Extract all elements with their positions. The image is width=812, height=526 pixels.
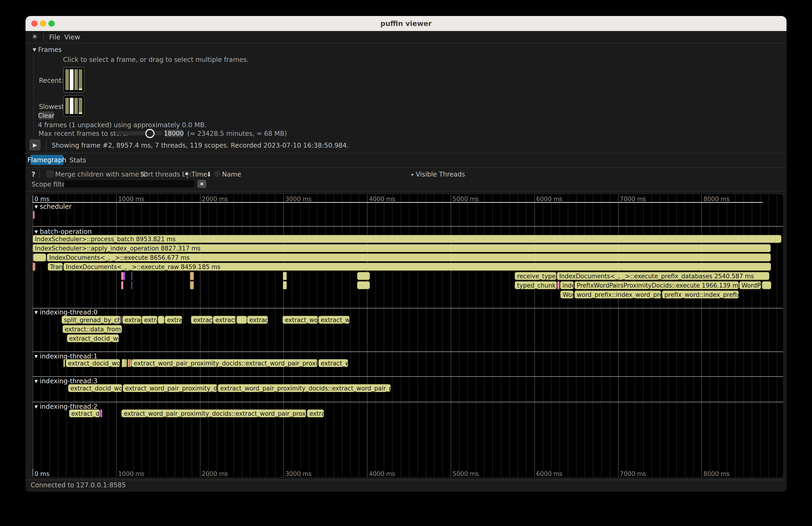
scope-bar[interactable] — [357, 281, 370, 289]
recent-frames-thumbnail[interactable] — [63, 67, 84, 92]
scope-bar[interactable]: extract_doc — [69, 409, 100, 417]
frame-thumbnail-bar[interactable] — [79, 98, 82, 114]
scope-bar[interactable] — [122, 359, 125, 367]
theme-sun-icon[interactable]: ☀ — [31, 33, 38, 41]
scope-bar[interactable] — [190, 272, 193, 280]
scope-bar[interactable] — [130, 359, 131, 367]
scope-bar[interactable] — [63, 359, 65, 367]
scope-bar[interactable]: extract_word_pair_proximity_docids — [123, 384, 217, 392]
title-bar[interactable]: puffin viewer — [26, 16, 786, 31]
menu-view[interactable]: View — [64, 33, 80, 41]
frame-thumbnail-bar[interactable] — [74, 69, 78, 90]
scope-bar[interactable] — [100, 409, 102, 417]
scope-bar[interactable]: IndexDocuments<_, _>::execute 8656.677 m… — [47, 253, 770, 261]
scope-bar[interactable]: extract_ — [213, 316, 236, 324]
clear-filter-button[interactable]: ✖ — [198, 180, 206, 188]
scope-bar[interactable]: extract — [122, 316, 141, 324]
max-frames-value[interactable]: 18000 — [164, 130, 183, 137]
merge-children-checkbox[interactable] — [46, 170, 54, 178]
scope-bar[interactable]: IndexScheduler>::process_batch 8953.821 … — [33, 235, 781, 243]
thread-header-scheduler[interactable]: ▼scheduler — [33, 203, 74, 210]
scope-bar[interactable]: extra — [142, 316, 157, 324]
scope-bar[interactable]: Trans — [48, 263, 63, 271]
scope-bar[interactable]: extract_docid_word — [66, 359, 120, 367]
thread-header-indexing-thread:0[interactable]: ▼indexing-thread:0 — [33, 309, 100, 316]
scope-bar[interactable] — [762, 281, 771, 289]
frame-thumbnail-bar[interactable] — [66, 98, 69, 114]
scope-bar[interactable]: split_grenad_by_chun — [62, 316, 120, 324]
help-button[interactable]: ? — [31, 171, 35, 178]
scope-bar[interactable] — [190, 281, 193, 289]
scope-bar[interactable]: IndexScheduler>::apply_index_operation 8… — [33, 244, 771, 252]
scope-bar[interactable]: extract_docid_word — [67, 334, 119, 342]
scope-bar[interactable]: extract_ — [191, 316, 213, 324]
scope-bar[interactable] — [283, 272, 287, 280]
tab-flamegraph[interactable]: Flamegraph — [30, 155, 63, 165]
scope-bar[interactable] — [33, 211, 34, 219]
slowest-frames-thumbnail[interactable] — [63, 96, 84, 116]
frame-thumbnail-bar[interactable] — [66, 69, 69, 90]
scope-bar[interactable] — [33, 253, 46, 261]
flamegraph-canvas[interactable]: 0 ms1000 ms2000 ms3000 ms4000 ms5000 ms6… — [33, 194, 783, 477]
scope-filter-input[interactable] — [64, 180, 195, 188]
scope-bar[interactable]: receive_typed_ — [515, 272, 556, 280]
scope-bar[interactable] — [128, 359, 130, 367]
expanded-triangle-icon: ▼ — [34, 310, 38, 315]
scope-bar[interactable] — [557, 281, 560, 289]
scope-bar[interactable]: extrac — [165, 316, 182, 324]
sort-direction-arrow-icon[interactable]: ⬇ — [206, 171, 212, 178]
scope-bar[interactable]: IndexDocuments<_, _>::execute_prefix_dat… — [557, 272, 769, 280]
scope-bar[interactable]: extract_word — [282, 316, 318, 324]
scope-bar[interactable]: prefix_word::index_prefix_wo — [662, 291, 739, 298]
scope-bar[interactable]: extract_word_pair_proximity_docids::extr… — [121, 409, 306, 417]
scope-bar[interactable]: extract::data_from_ob — [62, 325, 122, 333]
scope-bar[interactable]: word_prefix::index_word_prefix_ — [575, 291, 661, 298]
scope-bar[interactable]: index — [560, 281, 574, 289]
axis-tick-label: 3000 ms — [285, 470, 311, 477]
max-frames-slider[interactable] — [115, 131, 162, 135]
frame-thumbnail-bar[interactable] — [70, 69, 73, 90]
scope-bar[interactable]: extract_wo — [318, 359, 348, 367]
scope-bar[interactable]: extract_word_pair_proximity_docids::extr… — [131, 359, 318, 367]
scope-bar[interactable]: extract_word_pair_proximity_docids::extr… — [218, 384, 390, 392]
scope-bar[interactable]: extrac — [307, 409, 324, 417]
axis-tick-label: 7000 ms — [620, 195, 646, 203]
scope-bar[interactable]: PrefixWordPairsProximityDocids::execute … — [575, 281, 739, 289]
tab-stats[interactable]: Stats — [70, 157, 86, 164]
scope-bar[interactable]: Word — [560, 291, 574, 298]
menu-file[interactable]: File — [49, 33, 60, 41]
scope-bar[interactable]: typed_chunk::w — [515, 281, 557, 289]
scope-bar[interactable] — [123, 272, 125, 280]
slider-knob[interactable] — [145, 129, 155, 138]
sort-name-label: Name — [222, 171, 241, 178]
frame-thumbnail-bar[interactable] — [70, 98, 73, 114]
frame-thumbnail-bar[interactable] — [74, 98, 78, 114]
scope-bar[interactable]: extract_wo — [318, 316, 350, 324]
scope-bar[interactable] — [283, 281, 287, 289]
scope-bar[interactable] — [121, 272, 123, 280]
axis-zero-tick — [33, 469, 33, 477]
axis-tick-label: 2000 ms — [202, 195, 228, 203]
thread-header-batch-operation[interactable]: ▼batch-operation — [33, 228, 94, 235]
scope-bar[interactable] — [357, 272, 370, 280]
frame-thumbnail-bar[interactable] — [79, 69, 82, 90]
sort-time-radio[interactable] — [184, 171, 190, 177]
scope-bar[interactable]: WordPr — [739, 281, 761, 289]
scope-bar[interactable]: IndexDocuments<_, _>::execute_raw 8459.1… — [63, 263, 771, 271]
visible-threads-header[interactable]: ▸Visible Threads — [411, 171, 465, 178]
scope-bar[interactable] — [121, 316, 122, 324]
frames-collapsible-header[interactable]: ▼Frames — [33, 46, 62, 54]
scope-bar[interactable] — [236, 316, 247, 324]
scope-bar[interactable] — [131, 281, 132, 289]
scope-bar[interactable] — [33, 263, 35, 271]
sort-name-radio[interactable] — [214, 171, 221, 177]
clear-button[interactable]: Clear — [39, 112, 54, 119]
play-button[interactable]: ▶ — [29, 139, 41, 151]
scope-bar[interactable] — [121, 281, 123, 289]
thread-header-indexing-thread:3[interactable]: ▼indexing-thread:3 — [33, 378, 100, 385]
scope-bar[interactable] — [125, 359, 127, 367]
scope-bar[interactable] — [131, 272, 132, 280]
scope-bar[interactable] — [158, 316, 164, 324]
scope-bar[interactable]: extract — [247, 316, 268, 324]
scope-bar[interactable]: extract_docid_word — [68, 384, 122, 392]
